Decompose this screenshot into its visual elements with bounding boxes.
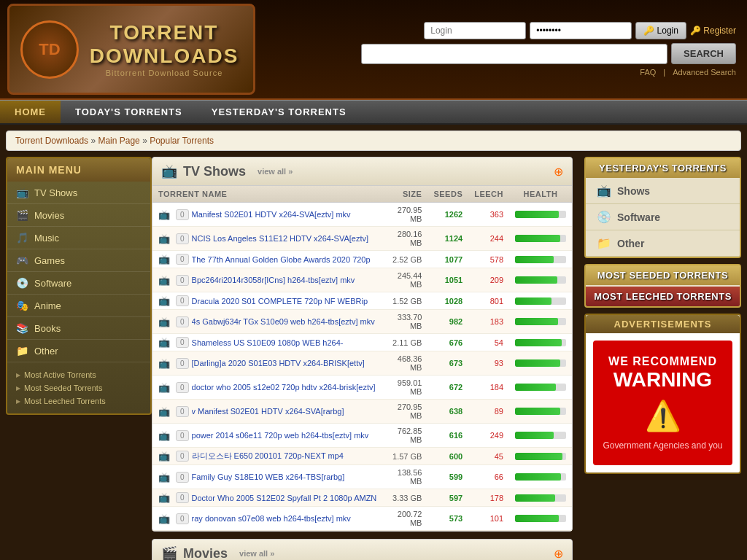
sidebar-item-books[interactable]: 📚 Books xyxy=(7,317,150,340)
torrent-link[interactable]: ray donovan s07e08 web h264-tbs[eztv] mk… xyxy=(192,514,351,523)
torrent-link[interactable]: Manifest S02E01 HDTV x264-SVA[eztv] mkv xyxy=(192,210,351,219)
health-cell xyxy=(509,251,572,268)
health-fill xyxy=(515,235,560,242)
torrent-link[interactable]: [Darling]a 2020 S01E03 HDTV x264-BRISK[e… xyxy=(192,359,365,368)
torrent-link[interactable]: v Manifest S02E01 HDTV x264-SVA[rarbg] xyxy=(192,407,344,416)
torrent-link[interactable]: doctor who 2005 s12e02 720p hdtv x264-br… xyxy=(192,383,376,392)
health-cell xyxy=(509,507,572,531)
tv-row-icon: 📺 xyxy=(158,254,170,265)
torrent-link[interactable]: Family Guy S18E10 WEB x264-TBS[rarbg] xyxy=(192,472,345,481)
torrent-name-cell: 📺 0 Dracula 2020 S01 COMPLETE 720p NF WE… xyxy=(152,292,382,310)
password-input[interactable] xyxy=(530,22,632,39)
leech-cell: 183 xyxy=(468,310,509,334)
rss-icon[interactable]: ⊕ xyxy=(554,165,563,179)
seed-badge: 0 xyxy=(176,451,189,462)
yesterday-section: YESTERDAY'S TORRENTS 📺 Shows 💿 Software … xyxy=(584,157,741,258)
movies-section-icon: 🎬 xyxy=(161,545,177,560)
most-active-link[interactable]: Most Active Torrents xyxy=(16,368,142,381)
search-input[interactable] xyxy=(361,44,667,64)
health-cell xyxy=(509,227,572,251)
nav-yesterday[interactable]: YESTERDAY'S TORRENTS xyxy=(197,101,361,123)
logo-box: TD TORRENT DOWNLOADS Bittorrent Download… xyxy=(7,4,255,95)
size-cell: 333.70 MB xyxy=(382,310,427,334)
health-bar xyxy=(515,256,566,263)
leech-cell: 93 xyxy=(468,351,509,376)
nav-home[interactable]: HOME xyxy=(0,101,61,123)
stats-section: Most Seeded Torrents Most Leeched Torren… xyxy=(584,264,741,308)
sidebar-item-music[interactable]: 🎵 Music xyxy=(7,227,150,249)
most-leeched-link[interactable]: Most Leeched Torrents xyxy=(16,394,142,408)
seed-badge: 0 xyxy=(176,492,189,503)
search-button[interactable]: SEARCH xyxy=(671,43,736,64)
tv-row-icon: 📺 xyxy=(158,492,170,503)
torrent-link[interactable]: Bpc264ri2014r3058r[ICns] h264-tbs[eztv] … xyxy=(192,276,355,284)
login-button[interactable]: 🔑 Login xyxy=(635,22,686,39)
register-link[interactable]: 🔑 Register xyxy=(690,26,736,36)
games-icon: 🎮 xyxy=(16,254,28,266)
breadcrumb-main[interactable]: Main Page xyxy=(98,136,139,146)
advanced-search-link[interactable]: Advanced Search xyxy=(673,68,736,77)
sidebar-label-software: Software xyxy=(34,278,71,289)
sidebar-item-other[interactable]: 📁 Other xyxy=(7,340,150,362)
torrent-name-cell: 📺 0 Manifest S02E01 HDTV x264-SVA[eztv] … xyxy=(152,203,382,227)
sidebar-title: MAIN MENU xyxy=(7,158,150,182)
torrent-link[interactable]: 라디오스타 E650 200101 720p-NEXT mp4 xyxy=(192,451,344,462)
leech-cell: 249 xyxy=(468,424,509,448)
sidebar-label-tvshows: TV Shows xyxy=(34,187,77,198)
logo-text: TORRENT DOWNLOADS Bittorrent Download So… xyxy=(86,21,242,78)
tv-row-icon: 📺 xyxy=(158,472,170,483)
cat-other[interactable]: 📁 Other xyxy=(586,230,740,257)
nav-today[interactable]: TODAY'S TORRENTS xyxy=(61,101,197,123)
torrent-link[interactable]: The 77th Annual Golden Globe Awards 2020… xyxy=(192,255,371,264)
size-cell: 245.44 MB xyxy=(382,268,427,292)
cat-software-label: Software xyxy=(617,211,660,223)
seed-badge: 0 xyxy=(176,254,189,265)
movies-title: 🎬 Movies view all » xyxy=(161,545,274,560)
health-fill xyxy=(515,318,558,325)
ads-section: ADVERTISEMENTS WE RECOMMEND WARNING ⚠️ G… xyxy=(584,314,741,474)
tv-shows-header: 📺 TV Shows view all » ⊕ xyxy=(152,158,572,186)
torrent-name-cell: 📺 0 Shameless US S10E09 1080p WEB h264- xyxy=(152,334,382,351)
torrent-link[interactable]: power 2014 s06e11 720p web h264-tbs[eztv… xyxy=(192,431,369,440)
tv-shows-view-all[interactable]: view all » xyxy=(258,167,293,176)
tv-row-icon: 📺 xyxy=(158,513,170,524)
torrent-link[interactable]: Doctor Who 2005 S12E02 Spyfall Pt 2 1080… xyxy=(192,494,377,502)
cat-software[interactable]: 💿 Software xyxy=(586,204,740,230)
health-bar xyxy=(515,276,566,284)
movies-rss-icon[interactable]: ⊕ xyxy=(554,547,563,561)
yesterday-title: YESTERDAY'S TORRENTS xyxy=(586,158,740,178)
breadcrumb: Torrent Downloads » Main Page » Popular … xyxy=(6,131,741,151)
sidebar-quick-links: Most Active Torrents Most Seeded Torrent… xyxy=(7,362,150,413)
leeched-title: Most Leeched Torrents xyxy=(586,287,740,306)
cat-other-icon: 📁 xyxy=(597,236,611,250)
leech-cell: 244 xyxy=(468,227,509,251)
faq-link[interactable]: FAQ xyxy=(640,68,656,77)
sidebar-item-movies[interactable]: 🎬 Movies xyxy=(7,204,150,227)
col-size: SIZE xyxy=(382,186,427,203)
sidebar-item-tvshows[interactable]: 📺 TV Shows xyxy=(7,182,150,204)
sidebar-item-games[interactable]: 🎮 Games xyxy=(7,249,150,272)
torrent-link[interactable]: Dracula 2020 S01 COMPLETE 720p NF WEBRip xyxy=(192,297,368,306)
login-input[interactable] xyxy=(424,22,526,39)
books-icon: 📚 xyxy=(16,322,28,334)
movies-view-all[interactable]: view all » xyxy=(239,549,274,558)
cat-shows-label: Shows xyxy=(617,185,650,197)
sidebar-label-other: Other xyxy=(34,346,58,357)
breadcrumb-popular[interactable]: Popular Torrents xyxy=(150,136,214,146)
sidebar-item-anime[interactable]: 🎭 Anime xyxy=(7,295,150,317)
most-seeded-link[interactable]: Most Seeded Torrents xyxy=(16,381,142,394)
sidebar-item-software[interactable]: 💿 Software xyxy=(7,272,150,295)
leech-cell: 101 xyxy=(468,507,509,531)
ads-box: WE RECOMMEND WARNING ⚠️ Government Agenc… xyxy=(593,341,732,465)
tv-shows-section: 📺 TV Shows view all » ⊕ TORRENT NAME SIZ… xyxy=(152,157,573,532)
tv-shows-label: TV Shows xyxy=(183,164,246,179)
torrent-link[interactable]: NCIS Los Angeles S11E12 HDTV x264-SVA[ez… xyxy=(192,234,369,243)
health-bar xyxy=(515,235,566,242)
login-area: 🔑 Login 🔑 Register xyxy=(424,22,736,39)
leech-cell: 45 xyxy=(468,448,509,465)
breadcrumb-home[interactable]: Torrent Downloads xyxy=(15,136,88,146)
cat-shows[interactable]: 📺 Shows xyxy=(586,178,740,204)
torrent-link[interactable]: 4s Gabwj634r TGx S10e09 web h264-tbs[ezt… xyxy=(192,317,375,326)
seeds-cell: 597 xyxy=(427,489,468,507)
torrent-link[interactable]: Shameless US S10E09 1080p WEB h264- xyxy=(192,338,344,347)
